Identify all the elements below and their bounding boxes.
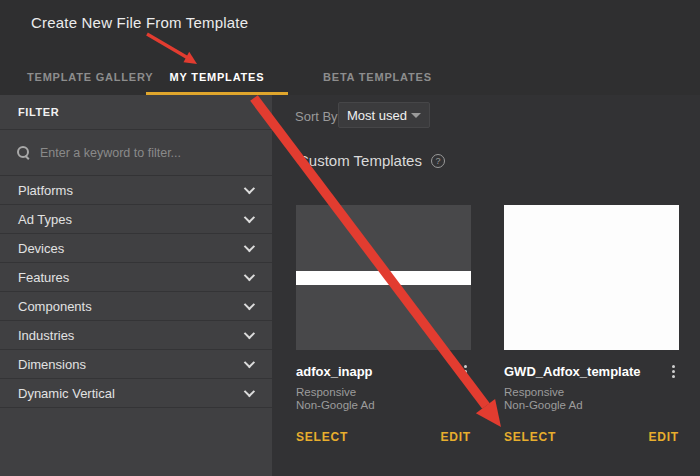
tab-beta-templates[interactable]: BETA TEMPLATES: [323, 71, 432, 83]
sidebar-item-components[interactable]: Components: [0, 292, 272, 321]
template-meta-ad-type: Non-Google Ad: [296, 399, 471, 412]
select-button[interactable]: SELECT: [296, 430, 348, 444]
search-icon: [16, 145, 31, 160]
templates-panel: Sort By: Most used Custom Templates ? ad…: [272, 95, 700, 476]
template-meta-responsive: Responsive: [296, 386, 471, 399]
template-thumbnail[interactable]: [296, 205, 471, 350]
template-card-adfox-inapp: adfox_inapp Responsive Non-Google Ad SEL…: [296, 205, 471, 444]
dialog-body: FILTER Platforms Ad Types Devices Featur…: [0, 95, 700, 476]
chevron-down-icon: [244, 386, 255, 397]
sidebar-item-platforms[interactable]: Platforms: [0, 176, 272, 205]
chevron-down-icon: [244, 241, 255, 252]
sidebar-item-dynamic-vertical[interactable]: Dynamic Vertical: [0, 379, 272, 408]
template-meta-ad-type: Non-Google Ad: [504, 399, 679, 412]
select-button[interactable]: SELECT: [504, 430, 556, 444]
chevron-down-icon: [244, 212, 255, 223]
dropdown-caret-icon: [411, 113, 421, 118]
chevron-down-icon: [244, 328, 255, 339]
sort-by-dropdown[interactable]: Most used: [338, 102, 430, 128]
template-title: adfox_inapp: [296, 364, 373, 379]
sidebar-item-dimensions[interactable]: Dimensions: [0, 350, 272, 379]
sort-by-value: Most used: [347, 108, 411, 123]
edit-button[interactable]: EDIT: [648, 430, 679, 444]
filter-label: FILTER: [18, 106, 59, 118]
chevron-down-icon: [244, 183, 255, 194]
sidebar-item-devices[interactable]: Devices: [0, 234, 272, 263]
chevron-down-icon: [244, 299, 255, 310]
section-title-row: Custom Templates ?: [298, 152, 445, 169]
template-meta: Responsive Non-Google Ad: [504, 386, 679, 412]
edit-button[interactable]: EDIT: [440, 430, 471, 444]
template-thumbnail[interactable]: [504, 205, 679, 350]
template-card-gwd-adfox-template: GWD_Adfox_template Responsive Non-Google…: [504, 205, 679, 444]
chevron-down-icon: [244, 270, 255, 281]
sidebar-item-ad-types[interactable]: Ad Types: [0, 205, 272, 234]
chevron-down-icon: [244, 357, 255, 368]
filter-header: FILTER: [0, 95, 272, 130]
search-input[interactable]: [40, 146, 256, 160]
help-icon[interactable]: ?: [431, 154, 445, 168]
filter-sidebar: FILTER Platforms Ad Types Devices Featur…: [0, 95, 272, 476]
sidebar-item-features[interactable]: Features: [0, 263, 272, 292]
filter-search-row: [0, 130, 272, 176]
sort-by-label: Sort By:: [295, 109, 341, 124]
tab-my-templates[interactable]: MY TEMPLATES: [146, 71, 288, 83]
create-file-dialog: Create New File From Template TEMPLATE G…: [0, 0, 700, 476]
dialog-title: Create New File From Template: [31, 14, 248, 31]
template-meta: Responsive Non-Google Ad: [296, 386, 471, 412]
section-title: Custom Templates: [298, 152, 422, 169]
kebab-menu-icon[interactable]: [668, 364, 679, 379]
kebab-menu-icon[interactable]: [460, 364, 471, 379]
template-meta-responsive: Responsive: [504, 386, 679, 399]
template-title: GWD_Adfox_template: [504, 364, 641, 379]
sidebar-item-industries[interactable]: Industries: [0, 321, 272, 350]
tab-template-gallery[interactable]: TEMPLATE GALLERY: [27, 71, 153, 83]
annotation-arrow-small: [147, 34, 197, 64]
thumbnail-stripe: [296, 271, 471, 285]
